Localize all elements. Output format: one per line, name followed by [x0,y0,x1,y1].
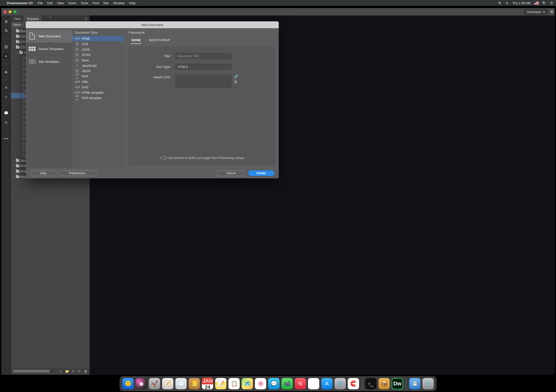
sass-glyph-icon: {} [75,58,79,62]
menu-edit[interactable]: Edit [47,1,53,5]
menu-tools[interactable]: Tools [81,1,88,5]
doctype-php-template[interactable]: <?>PHP template [72,95,124,101]
rail-git-icon[interactable]: ⎘ [4,120,9,125]
rail-behaviors-icon[interactable]: ✧ [4,95,9,100]
category-new-document[interactable]: New Document [26,30,72,42]
screenshare-icon[interactable]: ⧉ [498,1,501,5]
zoom-window-icon[interactable] [14,10,16,13]
dock-trash-icon[interactable]: 🗑️ [422,378,434,389]
menu-find[interactable]: Find [93,1,99,5]
panel-menu-icon[interactable]: ≡ [84,17,88,21]
dock-notes-icon[interactable]: 📝 [215,378,226,389]
insert-snippet-icon[interactable]: ↴ [59,369,62,373]
edit-snippet-icon[interactable]: ✎ [78,369,81,373]
doctype-xml[interactable]: </>XML [72,79,124,84]
document-title-input[interactable] [175,53,232,59]
attach-css-list[interactable] [175,74,232,88]
horizontal-scrollbar[interactable] [13,370,55,373]
doctype-select[interactable]: HTML5 ⌄ [175,64,232,70]
doctype-svg[interactable]: </>SVG [72,84,124,90]
dock-safari-icon[interactable]: 🧭 [162,378,173,389]
tab-snippets[interactable]: Snippets [24,15,42,22]
create-button[interactable]: Create [248,170,274,176]
doctype-php[interactable]: <?>PHP [72,74,124,79]
dock-appstore-icon[interactable]: A [321,378,333,389]
help-button[interactable]: Help [30,170,56,176]
rail-manage-sites-icon[interactable]: ⇅ [4,28,9,33]
file-icon [23,99,26,103]
panel-footer: ↴ 📁 ⎘ ✎ 🗑 [11,367,90,375]
rail-output-icon[interactable]: 💬 [4,111,9,116]
framework-tab-none[interactable]: NONE [131,37,141,44]
new-folder-icon[interactable]: 📁 [65,369,69,373]
menu-file[interactable]: File [38,1,43,5]
cancel-button[interactable]: Cancel [216,170,245,176]
dock-calendar-icon[interactable]: JAN 24 [202,378,213,389]
dock-maps-icon[interactable]: 🗺️ [242,378,253,389]
category-site-templates[interactable]: Site Templates [26,55,72,68]
less-glyph-icon: {} [75,48,79,51]
file-icon [23,62,26,65]
rail-snippets-icon[interactable]: ≡ [4,53,9,58]
dock-package-icon[interactable]: 📦 [378,378,390,389]
dock-reminders-icon[interactable]: 📋 [228,378,240,389]
new-snippet-icon[interactable]: ⎘ [72,369,74,373]
dock-photos-icon[interactable]: 🌸 [255,378,266,389]
window-titlebar: Developer ▾ ⚙ [1,8,555,15]
dock-news-icon[interactable]: N [295,378,306,389]
remove-css-icon[interactable]: 🗑 [234,80,238,84]
status-icon[interactable]: ✦ [505,1,509,5]
doctype-javascript[interactable]: ⬚JavaScript [72,63,124,68]
preferences-button[interactable]: Preferences... [59,170,97,176]
dock-contacts-icon[interactable]: 📒 [189,378,200,389]
minimize-window-icon[interactable] [9,10,12,13]
dock-finder-icon[interactable]: 🙂 [122,378,134,389]
dock-messages-icon[interactable]: 💬 [268,378,279,389]
rail-target-icon[interactable]: ◈ [4,69,9,74]
close-window-icon[interactable] [4,10,7,13]
link-css-icon[interactable]: 🔗 [234,74,238,78]
menu-site[interactable]: Site [103,1,109,5]
framework-tab-bootstrap[interactable]: BOOTSTRAP [149,37,170,44]
window-traffic-lights [3,10,16,13]
app-name[interactable]: Dreamweaver CC [7,1,33,5]
dock-mail-icon[interactable]: ✉️ [175,378,187,389]
extract-checkbox[interactable] [163,157,166,159]
dock-itunes-icon[interactable]: ♪ [308,378,319,389]
rail-separator [3,39,9,39]
notification-center-icon[interactable]: ☰ [550,1,554,5]
dock-siri-icon[interactable]: ◉ [136,378,147,389]
doctype-scss[interactable]: {}SCSS [72,52,124,57]
rail-css-designer-icon[interactable]: ▤ [4,44,9,49]
dock-system-prefs-icon[interactable]: ⚙️ [334,378,346,389]
workspace-switcher[interactable]: Developer ▾ [524,9,548,15]
panel-collapse-icon[interactable]: « [50,15,51,18]
menu-window[interactable]: Window [113,1,125,5]
doctype-css[interactable]: {}CSS [72,41,124,47]
folder-icon [16,30,19,32]
menu-insert[interactable]: Insert [68,1,76,5]
doctype-sass[interactable]: {}Sass [72,57,124,63]
doctype-html[interactable]: </>HTML [72,36,124,41]
sync-settings-icon[interactable]: ⚙ [550,10,553,14]
dock-facetime-icon[interactable]: 📹 [281,378,293,389]
dock-downloads-icon[interactable]: ⬇️ [409,378,420,389]
menu-view[interactable]: View [57,1,64,5]
input-source-flag-icon[interactable] [534,1,539,4]
delete-snippet-icon[interactable]: 🗑 [84,369,87,373]
dock-terminal-icon[interactable]: ›_ [365,378,376,389]
dock-magnet-icon[interactable]: 🧲 [348,378,359,389]
dock-launchpad-icon[interactable]: 🚀 [149,378,160,389]
doctype-less[interactable]: {}LESS [72,47,124,52]
tab-files[interactable]: Files [11,15,24,22]
doctype-html-template[interactable]: </>HTML template [72,90,124,95]
doctype-json[interactable]: {}JSON [72,68,124,74]
rail-more-icon[interactable]: ••• [4,136,9,141]
dock-dreamweaver-icon[interactable]: Dw [392,378,403,389]
rail-wand-icon[interactable]: ✶ [4,85,9,90]
menubar-clock[interactable]: Thu 1:45 AM [512,1,530,5]
menu-help[interactable]: Help [129,1,136,5]
category-starter-templates[interactable]: Starter Templates [26,42,72,55]
spotlight-icon[interactable]: 🔍 [542,1,546,5]
rail-file-icon[interactable]: 🗎 [4,19,9,24]
